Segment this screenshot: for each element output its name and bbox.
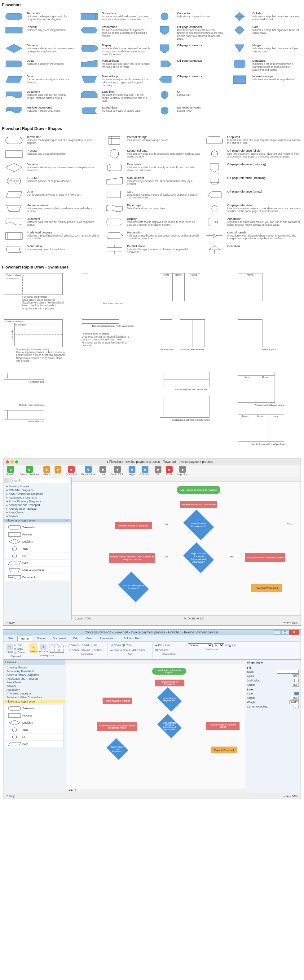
ribbon-tab-file[interactable]: File: [5, 636, 16, 641]
win-shape-palette-item[interactable]: Process: [5, 712, 64, 719]
node-action[interactable]: Action Taken, Issue Resolved?: [118, 572, 149, 602]
conn-round[interactable]: ◜ Round: [81, 649, 90, 652]
wnode-meets[interactable]: Invoice Meets Requirement?: [157, 687, 181, 712]
sidebar-category[interactable]: ▸ Area Charts: [3, 511, 71, 514]
shape-palette-item[interactable]: Decision: [5, 538, 70, 545]
conn-arc[interactable]: ◡ Arc: [90, 644, 98, 647]
win-sidebar-category[interactable]: Area Charts: [3, 681, 65, 684]
conn-direct[interactable]: ╱ Direct: [68, 644, 78, 647]
line-weight-input[interactable]: 0.01": [290, 700, 299, 704]
sidebar-category[interactable]: ▸ AWS Architecture Diagrams: [3, 492, 71, 496]
toolbar-reverse-link[interactable]: ●Reverse link: [81, 466, 95, 476]
shape-palette-item[interactable]: Manual operation: [5, 567, 70, 574]
toolbar-inspectors[interactable]: ●Inspectors: [177, 466, 188, 476]
sidebar-category[interactable]: ▸ Artwork: [3, 514, 71, 518]
node-meets[interactable]: Invoice Meets Requirement?: [183, 510, 214, 540]
ribbon-tab-document[interactable]: Document: [49, 636, 69, 641]
sidebar-category[interactable]: ▸ Accounting Flowcharts: [3, 496, 71, 500]
search-input[interactable]: [10, 478, 70, 483]
win-sidebar-category[interactable]: Accounting Flowcharts: [3, 669, 65, 673]
toolbar-grid[interactable]: ●Grid: [154, 466, 161, 476]
ribbon-tab-shape[interactable]: Shape: [33, 636, 48, 641]
shape-palette-item[interactable]: NO: [5, 552, 70, 560]
align-make[interactable]: ≡ Make Same: [129, 649, 145, 652]
panel-toggle-icon[interactable]: [4, 478, 9, 483]
corner-rounding-input[interactable]: 0": [293, 705, 299, 708]
win-zoom-slider[interactable]: ━━●━━: [283, 795, 291, 798]
win-shape-palette-item[interactable]: Decision: [5, 719, 64, 726]
toolbar-color[interactable]: ●Color: [166, 466, 173, 476]
canvas-drawing-area[interactable]: Mail Invoice to Accounts Payable Review …: [72, 482, 301, 616]
toolbar-libraries[interactable]: ●Libraries: [6, 466, 16, 476]
wnode-queue[interactable]: Invoice Placed in Payment Queue: [206, 722, 240, 730]
toolbar-align[interactable]: ●Align: [129, 466, 135, 476]
toolbar-chain[interactable]: ●Chain: [43, 466, 50, 476]
toolbar-distribute[interactable]: ●Distribute: [140, 466, 150, 476]
node-payment[interactable]: Payment Processed: [251, 584, 282, 592]
zoom-slider[interactable]: ━━●━━: [283, 621, 291, 624]
sidebar-category[interactable]: ▸ Drawing Shapes: [3, 485, 71, 488]
underline-button[interactable]: U: [229, 644, 231, 647]
shape-palette-item[interactable]: Process: [5, 531, 70, 538]
align-left-button[interactable]: ≡: [231, 644, 233, 647]
win-sidebar-category[interactable]: Drawing Shapes: [3, 666, 65, 669]
conn-spline[interactable]: ~ Spline: [91, 649, 101, 652]
node-queue[interactable]: Invoice Placed in Payment Queue: [245, 553, 285, 562]
fill-style-picker[interactable]: [277, 670, 299, 674]
win-category-open[interactable]: Flowcharts Rapid Draw: [3, 700, 65, 703]
shape-palette-item[interactable]: YES: [5, 545, 70, 552]
ribbon-tab-edit[interactable]: Edit: [70, 636, 81, 641]
wnode-dept[interactable]: Dept Included Required Information & App…: [157, 714, 181, 738]
ribbon-tab-view[interactable]: View: [83, 636, 95, 641]
sidebar-category[interactable]: ▸ Aerospace and Transport: [3, 503, 71, 507]
win-canvas[interactable]: Mail Invoice to Accounts Payable Review …: [65, 660, 245, 793]
shape-palette-item[interactable]: Document: [5, 574, 70, 581]
ribbon-tab-solution-park[interactable]: Solution Park: [121, 636, 145, 641]
win-sidebar-category[interactable]: Artwork: [3, 684, 65, 688]
line-color-picker[interactable]: [294, 692, 299, 695]
bold-button[interactable]: B: [226, 644, 228, 647]
ribbon-tab-home[interactable]: Home: [18, 636, 32, 641]
wnode-review[interactable]: Review Invoice for Compliance: [154, 679, 185, 686]
node-review[interactable]: Review Invoice for Compliance: [180, 501, 217, 508]
clone-button[interactable]: ⿻ Clone: [14, 651, 24, 654]
shape-picker[interactable]: [49, 644, 64, 652]
ss-line[interactable]: ━ Line: [163, 644, 170, 647]
conn-bezier[interactable]: ∿ Bezier: [68, 649, 80, 652]
node-return[interactable]: Return Invoice to Supplier: [115, 522, 152, 529]
wnode-action[interactable]: Action Taken, Issue Resolved?: [107, 738, 129, 760]
close-icon[interactable]: [6, 460, 9, 463]
zoom-label[interactable]: Custom 70%: [75, 617, 91, 620]
toolbar-delete-link[interactable]: ●Delete link: [66, 466, 77, 476]
shape-palette-item[interactable]: Data: [5, 560, 70, 567]
node-hold[interactable]: Invoice Placed on Hold, Dept Notified of…: [109, 553, 155, 563]
win-shape-palette-item[interactable]: YES: [5, 726, 64, 733]
line-alpha-input[interactable]: 0%: [292, 696, 299, 700]
shape-palette-item[interactable]: Terminator: [5, 524, 70, 531]
win-sidebar-category[interactable]: Astronomy: [3, 688, 65, 692]
win-doc-tabs[interactable]: ◀ ▶ 1: [65, 789, 245, 793]
ribbon-tab-presentation[interactable]: Presentation: [96, 636, 119, 641]
zoom-icon[interactable]: [15, 460, 18, 463]
toolbar-link[interactable]: ●Link: [99, 466, 106, 476]
sidebar-category-open[interactable]: Flowcharts Rapid Draw✕: [3, 519, 71, 522]
node-dept[interactable]: Dept Included Required Information & App…: [183, 542, 214, 573]
win-shape-palette-item[interactable]: Data: [5, 741, 64, 748]
close-category-icon[interactable]: ✕: [66, 519, 68, 522]
align-chain[interactable]: ⛓ Chain: [110, 644, 121, 647]
italic-button[interactable]: I: [228, 644, 228, 647]
close-icon[interactable]: ✕: [289, 630, 299, 635]
select-button[interactable]: ➤Select: [29, 643, 38, 654]
font-select[interactable]: Tahoma: [188, 643, 213, 648]
font-size-select[interactable]: 9: [214, 643, 224, 648]
toolbar-route-&-flip[interactable]: ●Route & Flip: [111, 466, 124, 476]
paste-button[interactable]: 📋Paste: [6, 644, 13, 653]
toolbar-tree[interactable]: ●Tree: [54, 466, 61, 476]
toolbar-browse-solutions[interactable]: ●Browse Solutions: [20, 466, 39, 476]
align-sts[interactable]: ⇄ Side to Side: [110, 649, 128, 652]
minimize-icon[interactable]: _: [274, 630, 281, 635]
node-mail-invoice[interactable]: Mail Invoice to Accounts Payable: [177, 486, 220, 494]
sidebar-category[interactable]: ▸ Active Directory Diagrams: [3, 500, 71, 503]
win-shape-palette-item[interactable]: NO: [5, 733, 64, 741]
fill-alpha2-input[interactable]: 0%: [292, 683, 299, 687]
